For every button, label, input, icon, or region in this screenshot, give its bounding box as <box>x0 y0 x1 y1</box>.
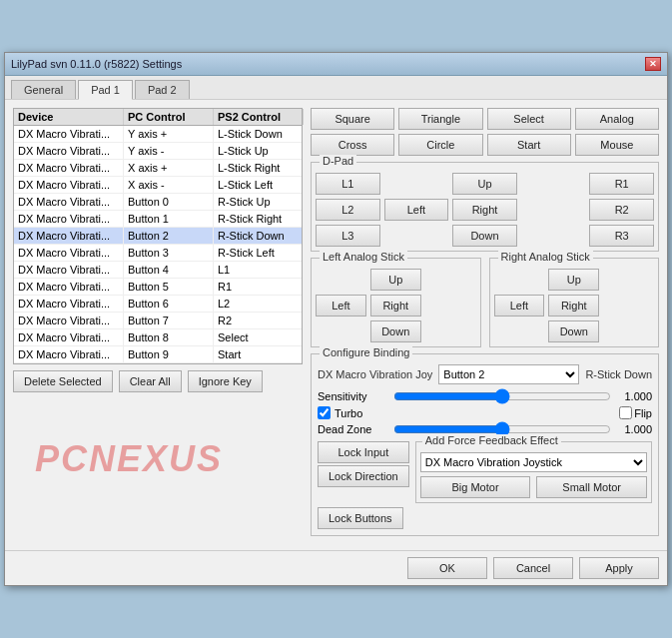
right-analog-label: Right Analog Stick <box>498 251 593 263</box>
ff-device-select[interactable]: DX Macro Vibration Joystick <box>420 452 647 472</box>
dpad-section: D-Pad L1 Up R1 L2 Left Right R2 L3 <box>311 162 659 252</box>
ras-up-button[interactable]: Up <box>548 269 599 291</box>
table-row[interactable]: DX Macro Vibrati...Button 7R2 <box>14 313 302 329</box>
small-motor-button[interactable]: Small Motor <box>536 476 647 498</box>
device-table: Device PC Control PS2 Control DX Macro V… <box>13 108 303 364</box>
clear-all-button[interactable]: Clear All <box>119 370 182 392</box>
square-button[interactable]: Square <box>311 108 394 130</box>
table-cell-ps2: L-Stick Left <box>214 177 302 193</box>
mouse-button[interactable]: Mouse <box>575 134 659 156</box>
table-cell-ps2: Select <box>214 329 302 345</box>
cross-button[interactable]: Cross <box>311 134 394 156</box>
main-content: PCNEXUS Device PC Control PS2 Control DX… <box>5 100 667 550</box>
tab-general[interactable]: General <box>11 80 76 99</box>
table-row[interactable]: DX Macro Vibrati...Button 9Start <box>14 346 302 363</box>
delete-selected-button[interactable]: Delete Selected <box>13 370 113 392</box>
table-cell-ps2: R-Stick Up <box>214 194 302 210</box>
las-down-button[interactable]: Down <box>370 320 421 342</box>
table-cell-ps2: R1 <box>214 279 302 295</box>
analog-sticks: Left Analog Stick Up Left Right Down <box>311 258 659 347</box>
table-cell-device: DX Macro Vibrati... <box>14 160 124 176</box>
r2-button[interactable]: R2 <box>589 199 654 221</box>
table-row[interactable]: DX Macro Vibrati...Y axis +L-Stick Down <box>14 126 302 143</box>
configure-binding-label: Configure Binding <box>320 346 412 358</box>
table-cell-ps2: L1 <box>214 262 302 278</box>
las-left-button[interactable]: Left <box>316 295 366 317</box>
ff-label: Add Force Feedback Effect <box>422 434 561 446</box>
r3-button[interactable]: R3 <box>589 225 654 247</box>
ras-down-button[interactable]: Down <box>548 320 599 342</box>
lock-buttons-button[interactable]: Lock Buttons <box>318 507 403 529</box>
table-row[interactable]: DX Macro Vibrati...X axis -L-Stick Left <box>14 177 302 194</box>
tab-pad1[interactable]: Pad 1 <box>78 80 133 100</box>
select-button[interactable]: Select <box>487 108 571 130</box>
deadzone-label: Dead Zone <box>318 423 387 435</box>
table-cell-pc: Button 2 <box>124 228 214 244</box>
lock-direction-button[interactable]: Lock Direction <box>318 465 409 487</box>
ok-button[interactable]: OK <box>407 557 487 579</box>
flip-row: Flip <box>619 406 652 419</box>
close-button[interactable]: ✕ <box>645 57 661 71</box>
apply-button[interactable]: Apply <box>579 557 659 579</box>
table-row[interactable]: DX Macro Vibrati...Button 1R-Stick Right <box>14 211 302 228</box>
triangle-button[interactable]: Triangle <box>398 108 482 130</box>
l1-button[interactable]: L1 <box>316 173 380 195</box>
table-cell-pc: Button 6 <box>124 296 214 312</box>
table-cell-ps2: L-Stick Down <box>214 126 302 142</box>
table-row[interactable]: DX Macro Vibrati...X axis +L-Stick Right <box>14 160 302 177</box>
dpad-right-button[interactable]: Right <box>452 199 517 221</box>
tab-pad2[interactable]: Pad 2 <box>135 80 190 99</box>
cb-button-select[interactable]: Button 2 <box>438 364 579 384</box>
las-right-button[interactable]: Right <box>370 295 421 317</box>
table-cell-ps2: R-Stick Down <box>214 228 302 244</box>
dpad-up-button[interactable]: Up <box>452 173 517 195</box>
bottom-left-buttons: Delete Selected Clear All Ignore Key <box>13 370 303 392</box>
table-cell-pc: X axis - <box>124 177 214 193</box>
left-analog-label: Left Analog Stick <box>320 251 407 263</box>
lock-input-button[interactable]: Lock Input <box>318 441 409 463</box>
ignore-key-button[interactable]: Ignore Key <box>188 370 263 392</box>
table-row[interactable]: DX Macro Vibrati...Button 6L2 <box>14 296 302 313</box>
start-button[interactable]: Start <box>487 134 571 156</box>
las-up-button[interactable]: Up <box>370 269 421 291</box>
flip-checkbox[interactable] <box>619 406 632 419</box>
table-row[interactable]: DX Macro Vibrati...Button 0R-Stick Up <box>14 194 302 211</box>
table-cell-device: DX Macro Vibrati... <box>14 262 124 278</box>
table-row[interactable]: DX Macro Vibrati...Button 5R1 <box>14 279 302 296</box>
table-cell-pc: Button 3 <box>124 245 214 261</box>
r1-button[interactable]: R1 <box>589 173 654 195</box>
table-cell-ps2: L2 <box>214 296 302 312</box>
sensitivity-value: 1.000 <box>617 390 652 402</box>
table-cell-pc: Button 0 <box>124 194 214 210</box>
dpad-left-button[interactable]: Left <box>384 199 449 221</box>
main-layout: Device PC Control PS2 Control DX Macro V… <box>13 108 659 542</box>
table-row[interactable]: DX Macro Vibrati...Button 8Select <box>14 329 302 346</box>
analog-button[interactable]: Analog <box>575 108 659 130</box>
table-row[interactable]: DX Macro Vibrati...Button 2R-Stick Down <box>14 228 302 245</box>
table-cell-device: DX Macro Vibrati... <box>14 126 124 142</box>
dpad-down-button[interactable]: Down <box>452 225 517 247</box>
big-motor-button[interactable]: Big Motor <box>420 476 531 498</box>
table-cell-pc: X axis + <box>124 160 214 176</box>
table-row[interactable]: DX Macro Vibrati...Button 3R-Stick Left <box>14 245 302 262</box>
sensitivity-slider[interactable] <box>393 388 611 404</box>
window-title: LilyPad svn 0.11.0 (r5822) Settings <box>11 58 182 70</box>
ff-select-row: DX Macro Vibration Joystick <box>420 452 647 472</box>
tabs-bar: General Pad 1 Pad 2 <box>5 76 667 100</box>
table-cell-device: DX Macro Vibrati... <box>14 296 124 312</box>
circle-button[interactable]: Circle <box>398 134 482 156</box>
ras-right-button[interactable]: Right <box>548 295 599 317</box>
turbo-checkbox[interactable] <box>318 406 331 419</box>
ras-left-button[interactable]: Left <box>494 295 545 317</box>
cancel-button[interactable]: Cancel <box>493 557 573 579</box>
ps2-buttons-grid: Square Triangle Select Analog Cross Circ… <box>311 108 659 156</box>
table-body: DX Macro Vibrati...Y axis +L-Stick DownD… <box>14 126 302 363</box>
l3-button[interactable]: L3 <box>316 225 380 247</box>
table-cell-pc: Button 7 <box>124 313 214 328</box>
table-cell-ps2: R-Stick Left <box>214 245 302 261</box>
table-cell-device: DX Macro Vibrati... <box>14 228 124 244</box>
table-cell-device: DX Macro Vibrati... <box>14 279 124 295</box>
table-row[interactable]: DX Macro Vibrati...Y axis -L-Stick Up <box>14 143 302 160</box>
table-row[interactable]: DX Macro Vibrati...Button 4L1 <box>14 262 302 279</box>
l2-button[interactable]: L2 <box>316 199 380 221</box>
